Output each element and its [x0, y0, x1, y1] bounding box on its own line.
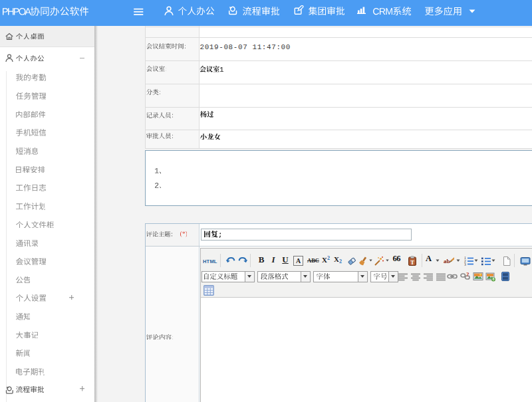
svg-text:T: T	[410, 258, 414, 265]
svg-text:?: ?	[466, 271, 469, 278]
svg-text:ab: ab	[444, 258, 450, 264]
svg-text:3: 3	[464, 262, 466, 266]
